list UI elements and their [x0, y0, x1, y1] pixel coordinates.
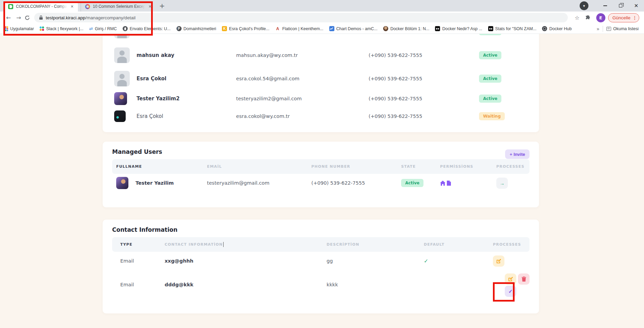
window-controls: ▾ ✕	[580, 0, 644, 12]
bookmark-apps[interactable]: Uygulamalar	[3, 26, 34, 31]
table-row: Esra Çokol esra.cokol@wy.com.tr (+090) 5…	[103, 106, 539, 126]
tab-close-icon[interactable]: ×	[70, 4, 75, 9]
bookmark-envato[interactable]: Envato Elements: U...	[123, 26, 171, 31]
new-tab-button[interactable]: +	[159, 1, 165, 10]
url-path: /managercompany/detail	[85, 15, 136, 20]
url-text: testportal.kiraci.app/managercompany/det…	[46, 15, 136, 20]
p-circle-icon: P	[176, 26, 182, 31]
user-phone: (+090) 539-622-7555	[369, 114, 479, 119]
media-controls-button[interactable]: ▾	[580, 1, 588, 10]
user-phone: (+090) 539-622-7555	[369, 96, 479, 101]
contact-description: gg	[327, 258, 424, 264]
k-square-icon: K	[222, 26, 227, 31]
row-detail-button[interactable]: →	[496, 178, 508, 189]
chrome-update-button[interactable]: Güncelle ⋮	[608, 13, 639, 22]
selenium-favicon-icon	[85, 4, 90, 9]
bookmark-label: Flaticon | Keenthem...	[282, 26, 323, 31]
bookmark-label: Docker Hub	[549, 26, 572, 31]
confirm-contact-button[interactable]: ✓	[505, 286, 516, 297]
section-title: Managed Users	[112, 148, 529, 155]
bookmark-stats[interactable]: Stats for "SON ZAM...	[488, 26, 537, 31]
bookmark-label: Esra Çokol's Profile...	[229, 26, 269, 31]
document-icon	[447, 181, 451, 186]
contact-type: Email	[112, 282, 165, 287]
browser-toolbar: ← → testportal.kiraci.app/managercompany…	[0, 12, 644, 24]
company-favicon-icon	[8, 4, 13, 9]
minimize-button[interactable]	[597, 0, 613, 12]
bookmark-flaticon[interactable]: A Flaticon | Keenthem...	[275, 26, 323, 31]
status-badge: Active	[401, 179, 423, 187]
section-title: Contact Information	[112, 226, 529, 233]
bookmark-docker-bolum[interactable]: Docker Bölüm 1: N...	[383, 26, 429, 31]
browser-tab-strip: COKOLCOMPANY - Company De × 10 Common Se…	[0, 0, 644, 12]
avatar	[114, 71, 130, 86]
restore-button[interactable]	[613, 0, 628, 12]
table-row: Tester Yazilim2 testeryazilim2@gmail.com…	[103, 88, 539, 109]
tab-close-icon[interactable]: ×	[148, 4, 152, 9]
extensions-icon[interactable]	[585, 15, 591, 21]
edit-icon	[508, 276, 513, 282]
bookmark-docker-hub[interactable]: Docker Hub	[542, 26, 572, 31]
flaticon-icon: A	[275, 26, 280, 31]
bookmark-giris-rmc[interactable]: ⇄ Giriş / RMC	[89, 26, 117, 31]
bookmark-label: Giriş / RMC	[95, 26, 117, 31]
bookmark-label: Domainhizmetleri	[184, 26, 216, 31]
user-name: mahsun akay	[137, 52, 236, 58]
person-avatar-icon	[383, 26, 388, 31]
bookmark-esra-profile[interactable]: K Esra Çokol's Profile...	[222, 26, 269, 31]
bookmark-domainhizmetleri[interactable]: P Domainhizmetleri	[176, 26, 216, 31]
bookmark-label: Docker Bölüm 1: N...	[390, 26, 429, 31]
bookmarks-overflow-chevron[interactable]: »	[597, 26, 599, 32]
table-row: Email xxg@ghhh gg ✓	[112, 252, 529, 270]
bookmark-amcharts[interactable]: Chart Demos - amC...	[329, 26, 378, 31]
edit-icon	[496, 259, 501, 264]
bookmark-label: Docker Nedir? Asp ...	[442, 26, 482, 31]
chrome-menu-icon[interactable]: ⋮	[632, 16, 637, 20]
url-bar[interactable]: testportal.kiraci.app/managercompany/det…	[34, 13, 568, 22]
bookmark-label: Chart Demos - amC...	[336, 26, 378, 31]
contact-value: xxg@ghhh	[165, 258, 327, 264]
contact-type: Email	[112, 258, 165, 264]
column-header: PROCESSES	[493, 242, 529, 247]
delete-contact-button[interactable]	[518, 273, 529, 285]
tab-selenium-exceptions[interactable]: 10 Common Selenium Exceptions ×	[81, 1, 156, 12]
reload-icon[interactable]	[24, 15, 30, 21]
edit-contact-button[interactable]	[493, 255, 504, 267]
table-row: Esra Çokol esra.cokol.54@gmail.com (+090…	[103, 68, 539, 89]
profile-avatar[interactable]: E	[596, 13, 605, 22]
user-email: esra.cokol@wy.com.tr	[236, 114, 369, 119]
tab-company-detail[interactable]: COKOLCOMPANY - Company De ×	[4, 1, 78, 12]
forward-icon[interactable]: →	[14, 14, 24, 21]
amcharts-icon	[329, 26, 334, 31]
column-header: DESCRİPTİON	[327, 242, 424, 247]
status-badge: Active	[479, 51, 501, 59]
user-name: Esra Çokol	[137, 76, 236, 82]
bookmark-docker-nedir[interactable]: Docker Nedir? Asp ...	[435, 26, 482, 31]
edit-contact-button[interactable]	[505, 273, 516, 285]
bookmark-label: Envato Elements: U...	[130, 26, 171, 31]
tab-title: COKOLCOMPANY - Company De	[16, 4, 67, 9]
close-button[interactable]: ✕	[628, 0, 644, 12]
avatar	[114, 34, 130, 38]
user-email: esra.cokol.54@gmail.com	[236, 76, 369, 81]
column-header: DEFAULT	[424, 242, 493, 247]
column-header: TYPE	[112, 242, 165, 247]
bookmark-star-icon[interactable]: ☆	[575, 15, 579, 21]
contact-info-card: Contact Information TYPE CONTACT INFORMA…	[103, 220, 539, 313]
reading-list-button[interactable]: Okuma listesi	[606, 26, 639, 31]
bookmarks-bar: Uygulamalar Slack | flexywork |... ⇄ Gir…	[0, 24, 644, 34]
tab-title: 10 Common Selenium Exceptions	[93, 4, 145, 9]
apps-grid-icon	[3, 26, 8, 31]
user-name: Tester Yazilim2	[137, 96, 236, 102]
column-header: FULLNAME	[112, 164, 207, 169]
invite-button[interactable]: + Invite	[505, 149, 529, 159]
table-header-row: TYPE CONTACT INFORMATİON DESCRİPTİON DEF…	[112, 237, 529, 252]
users-card: Active mahsun akay mahsun.akay@wy.com.tr…	[103, 34, 539, 132]
table-row: mahsun akay mahsun.akay@wy.com.tr (+090)…	[103, 45, 539, 65]
bookmark-slack[interactable]: Slack | flexywork |...	[40, 26, 83, 31]
update-label: Güncelle	[612, 15, 630, 20]
reading-list-icon	[606, 27, 611, 31]
contact-description: kkkk	[327, 282, 424, 287]
back-icon[interactable]: ←	[3, 14, 14, 21]
column-header: PERMİSSİONS	[440, 164, 496, 169]
